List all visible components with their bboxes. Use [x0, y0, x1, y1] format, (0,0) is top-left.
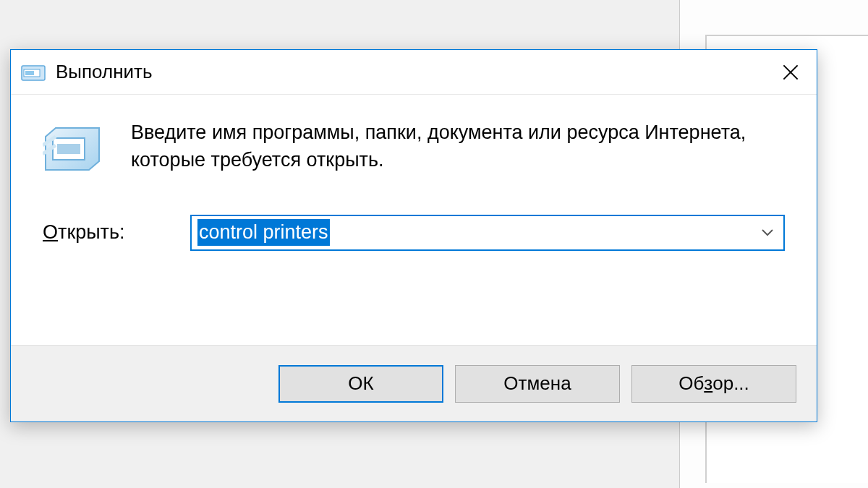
dialog-description: Введите имя программы, папки, документа …	[131, 119, 785, 174]
ok-button[interactable]: ОК	[278, 365, 443, 403]
info-row: Введите имя программы, папки, документа …	[43, 119, 785, 174]
cancel-button[interactable]: Отмена	[455, 365, 620, 403]
close-button[interactable]	[765, 50, 817, 95]
open-label: Открыть:	[43, 221, 190, 244]
open-combobox[interactable]: control printers	[190, 215, 785, 251]
dialog-body: Введите имя программы, папки, документа …	[11, 95, 817, 251]
run-titlebar-icon	[21, 63, 46, 82]
open-input[interactable]: control printers	[192, 216, 752, 249]
run-dialog: Выполнить	[10, 49, 817, 422]
open-input-value: control printers	[197, 219, 330, 245]
dialog-title: Выполнить	[56, 61, 765, 83]
svg-rect-6	[57, 144, 80, 154]
run-large-icon	[43, 122, 102, 173]
open-input-row: Открыть: control printers	[43, 215, 785, 251]
combobox-dropdown-button[interactable]	[752, 216, 783, 249]
svg-rect-2	[25, 71, 34, 75]
button-row: ОК Отмена Обзор...	[11, 345, 817, 421]
chevron-down-icon	[761, 228, 774, 237]
titlebar[interactable]: Выполнить	[11, 50, 817, 95]
browse-button[interactable]: Обзор...	[631, 365, 796, 403]
